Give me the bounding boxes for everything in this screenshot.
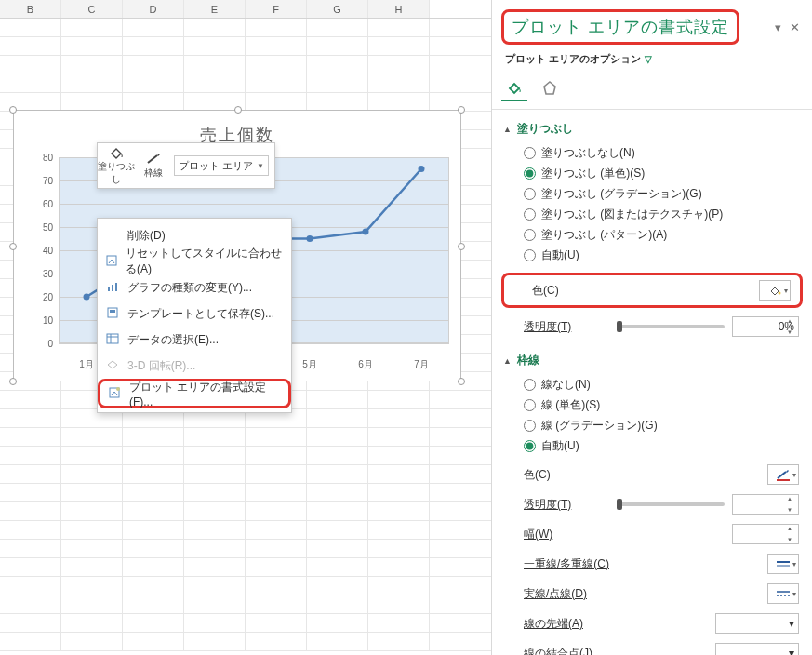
- join-type-label: 線の結合点(J): [524, 646, 708, 656]
- chevron-down-icon: ▾: [792, 560, 796, 568]
- ctx-3d-rotation: 3-D 回転(R)...: [98, 353, 291, 379]
- resize-handle[interactable]: [9, 378, 17, 385]
- ctx-label: 3-D 回転(R)...: [127, 358, 195, 374]
- compound-line-label: 一重線/多重線(C): [524, 556, 760, 572]
- chevron-down-icon: ▾: [784, 287, 788, 295]
- save-template-icon: [105, 306, 120, 322]
- svg-rect-9: [112, 285, 113, 291]
- chevron-down-icon: ▾: [789, 617, 794, 630]
- radio-label: 線なし(N): [541, 377, 591, 393]
- section-title: 枠線: [517, 353, 539, 368]
- border-color-picker[interactable]: ▾: [767, 464, 799, 485]
- ctx-save-template[interactable]: テンプレートとして保存(S)...: [98, 301, 291, 327]
- chart-element-selector[interactable]: プロット エリア ▼: [174, 155, 269, 176]
- mini-toolbar: 塗りつぶし 枠線 プロット エリア ▼: [97, 142, 275, 189]
- join-type-picker[interactable]: ▾: [715, 643, 799, 655]
- effects-tab[interactable]: [537, 75, 563, 101]
- pane-title: プロット エリアの書式設定: [512, 16, 729, 38]
- collapse-icon: ▲: [503, 125, 512, 134]
- resize-handle[interactable]: [9, 243, 17, 250]
- svg-marker-18: [544, 82, 555, 94]
- fill-color-label: 色(C): [532, 283, 752, 299]
- fill-none-radio[interactable]: 塗りつぶしなし(N): [524, 142, 812, 163]
- svg-rect-8: [108, 287, 110, 291]
- fill-auto-radio[interactable]: 自動(U): [524, 245, 812, 265]
- format-icon: [108, 386, 122, 402]
- cap-type-picker[interactable]: ▾: [715, 613, 799, 634]
- ctx-format-plot-area[interactable]: プロット エリアの書式設定(F)...: [98, 379, 291, 408]
- format-pane: プロット エリアの書式設定 ▾ ✕ プロット エリアのオプション▽ ▲ 塗りつぶ…: [491, 0, 812, 655]
- compound-line-picker[interactable]: ▾: [767, 554, 799, 574]
- outline-button[interactable]: 枠線: [135, 151, 172, 181]
- border-width-input[interactable]: ▲▼: [732, 524, 799, 544]
- fill-transparency-input[interactable]: 0% ▲▼: [732, 316, 799, 337]
- svg-rect-12: [110, 310, 115, 313]
- svg-rect-20: [777, 479, 790, 481]
- highlight-annotation: プロット エリアの書式設定: [501, 9, 739, 45]
- svg-rect-10: [115, 283, 117, 291]
- dash-type-label: 実線/点線(D): [524, 586, 760, 602]
- chevron-down-icon: ▽: [645, 54, 652, 64]
- ctx-label: データの選択(E)...: [127, 332, 219, 348]
- fill-picture-radio[interactable]: 塗りつぶし (図またはテクスチャ)(P): [524, 204, 812, 224]
- col-head[interactable]: D: [123, 0, 184, 18]
- radio-label: 塗りつぶし (図またはテクスチャ)(P): [541, 207, 723, 222]
- fill-solid-radio[interactable]: 塗りつぶし (単色)(S): [524, 163, 812, 183]
- border-auto-radio[interactable]: 自動(U): [524, 435, 812, 456]
- fill-pattern-radio[interactable]: 塗りつぶし (パターン)(A): [524, 224, 812, 245]
- col-head[interactable]: G: [307, 0, 368, 18]
- radio-label: 塗りつぶし (グラデーション)(G): [541, 186, 702, 202]
- border-transparency-input[interactable]: ▲▼: [732, 494, 799, 515]
- resize-handle[interactable]: [458, 243, 465, 250]
- col-head[interactable]: H: [368, 0, 430, 18]
- spinner-icon[interactable]: ▲▼: [787, 496, 796, 513]
- task-pane-options-button[interactable]: ▾: [769, 20, 786, 34]
- svg-rect-7: [107, 256, 116, 265]
- col-head[interactable]: B: [0, 0, 61, 18]
- border-gradient-radio[interactable]: 線 (グラデーション)(G): [524, 415, 812, 435]
- pane-subtitle-label: プロット エリアのオプション: [505, 53, 641, 64]
- y-axis[interactable]: 01020304050607080: [31, 157, 57, 343]
- dash-type-picker[interactable]: ▾: [767, 583, 799, 604]
- col-head[interactable]: C: [61, 0, 123, 18]
- fill-section-header[interactable]: ▲ 塗りつぶし: [492, 117, 812, 140]
- context-menu: 削除(D) リセットしてスタイルに合わせる(A) グラフの種類の変更(Y)...…: [97, 218, 292, 413]
- border-section-header[interactable]: ▲ 枠線: [492, 349, 812, 372]
- border-solid-radio[interactable]: 線 (単色)(S): [524, 394, 812, 415]
- section-title: 塗りつぶし: [517, 121, 573, 137]
- fill-transparency-slider[interactable]: [617, 325, 725, 328]
- ctx-reset-style[interactable]: リセットしてスタイルに合わせる(A): [98, 248, 291, 274]
- col-head[interactable]: E: [184, 0, 246, 18]
- pane-subtitle-dropdown[interactable]: プロット エリアのオプション▽: [492, 50, 812, 72]
- ctx-change-chart-type[interactable]: グラフの種類の変更(Y)...: [98, 274, 291, 301]
- ctx-label: リセットしてスタイルに合わせる(A): [126, 246, 282, 277]
- resize-handle[interactable]: [9, 106, 17, 114]
- radio-label: 線 (単色)(S): [541, 397, 600, 413]
- ctx-label: プロット エリアの書式設定(F)...: [129, 380, 279, 408]
- spinner-icon[interactable]: ▲▼: [787, 318, 796, 335]
- resize-handle[interactable]: [234, 106, 242, 114]
- fill-and-line-tab[interactable]: [501, 75, 527, 101]
- close-button[interactable]: ✕: [786, 20, 803, 34]
- fill-button[interactable]: 塗りつぶし: [98, 144, 135, 188]
- select-data-icon: [105, 332, 120, 348]
- border-none-radio[interactable]: 線なし(N): [524, 374, 812, 394]
- fill-color-picker[interactable]: ▾: [759, 280, 791, 301]
- chevron-down-icon: ▼: [257, 162, 264, 170]
- spinner-icon[interactable]: ▲▼: [787, 526, 796, 542]
- ctx-delete[interactable]: 削除(D): [98, 222, 291, 248]
- radio-label: 塗りつぶし (パターン)(A): [541, 227, 667, 243]
- reset-icon: [105, 254, 118, 270]
- ctx-label: グラフの種類の変更(Y)...: [127, 280, 252, 296]
- resize-handle[interactable]: [458, 106, 465, 114]
- fill-gradient-radio[interactable]: 塗りつぶし (グラデーション)(G): [524, 183, 812, 204]
- chevron-down-icon: ▾: [789, 647, 794, 655]
- chevron-down-icon: ▾: [792, 590, 796, 598]
- border-transparency-slider[interactable]: [617, 502, 725, 506]
- col-head[interactable]: F: [246, 0, 307, 18]
- ctx-select-data[interactable]: データの選択(E)...: [98, 327, 291, 353]
- ctx-label: テンプレートとして保存(S)...: [127, 306, 274, 322]
- fill-button-label: 塗りつぶし: [98, 161, 135, 184]
- format-category-tabs: [492, 72, 812, 110]
- resize-handle[interactable]: [458, 378, 465, 385]
